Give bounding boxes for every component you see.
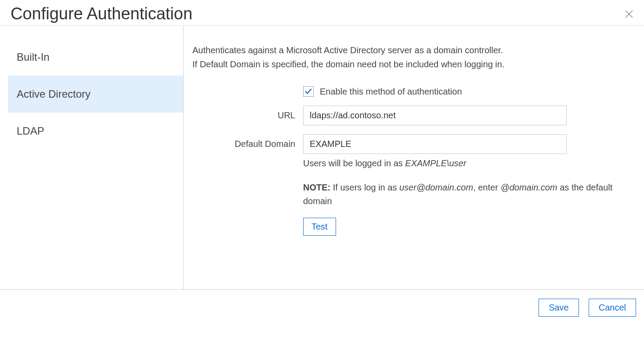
test-button[interactable]: Test [303,218,336,236]
note-italic2: @domain.com [500,183,557,192]
note-bold: NOTE: [303,183,330,192]
url-input[interactable] [303,106,567,125]
default-domain-row: Default Domain [192,134,635,154]
dialog-body: Built-In Active Directory LDAP Authentic… [0,26,644,289]
close-icon[interactable] [623,8,635,20]
helper-example: EXAMPLE\user [405,158,466,168]
url-label: URL [192,110,303,121]
dialog-title: Configure Authentication [11,4,192,23]
enable-row: Enable this method of authentication [192,86,635,97]
url-row: URL [192,106,635,125]
dialog-header: Configure Authentication [0,0,644,26]
sidebar-item-ldap[interactable]: LDAP [8,113,183,150]
enable-label: Enable this method of authentication [320,87,462,97]
sidebar-item-label: Active Directory [17,88,90,100]
test-button-row: Test [303,218,635,236]
description-line1: Authenticates against a Microsoft Active… [192,45,503,55]
enable-checkbox-wrapper: Enable this method of authentication [303,86,462,97]
note-seg1: If users log in as [330,183,399,192]
description-text: Authenticates against a Microsoft Active… [192,43,635,71]
sidebar-item-label: Built-In [17,51,50,63]
sidebar: Built-In Active Directory LDAP [0,26,184,289]
login-helper-text: Users will be logged in as EXAMPLE\user [303,158,635,168]
default-domain-input[interactable] [303,134,567,154]
note-seg2: , enter [473,183,500,192]
note-italic1: user@domain.com [399,183,473,192]
sidebar-item-label: LDAP [17,125,44,137]
description-line2: If Default Domain is specified, the doma… [192,59,504,69]
dialog-footer: Save Cancel [0,289,644,325]
enable-checkbox[interactable] [303,86,314,97]
save-button[interactable]: Save [539,299,579,317]
content-panel: Authenticates against a Microsoft Active… [184,26,644,289]
default-domain-label: Default Domain [192,139,303,149]
note-text: NOTE: If users log in as user@domain.com… [303,181,619,208]
cancel-button[interactable]: Cancel [589,299,636,317]
sidebar-item-built-in[interactable]: Built-In [8,39,183,76]
sidebar-item-active-directory[interactable]: Active Directory [8,76,183,113]
helper-prefix: Users will be logged in as [303,158,405,168]
